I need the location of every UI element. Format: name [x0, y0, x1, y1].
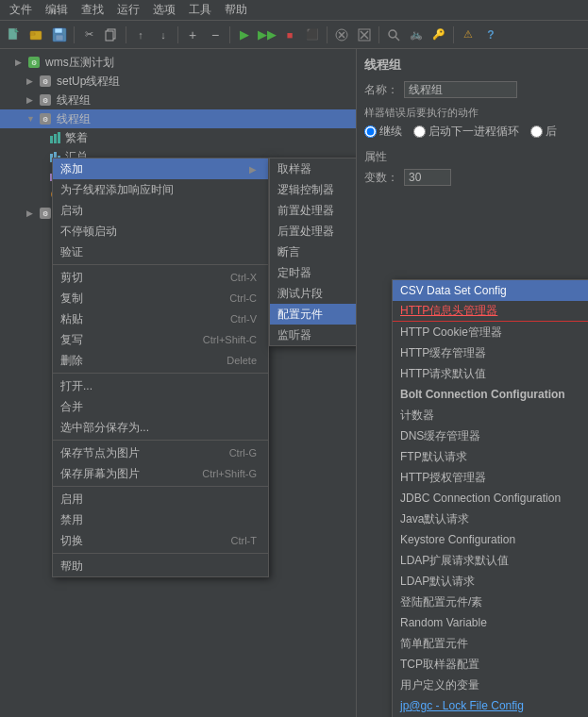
ctx-add[interactable]: 添加 ▶ [53, 158, 268, 179]
ctx-add-response[interactable]: 为子线程添加响应时间 [53, 179, 268, 200]
radio-continue-input[interactable] [364, 125, 377, 138]
toolbar-down[interactable]: ↓ [153, 25, 174, 45]
sub1-sampler[interactable]: 取样器 ▶ [270, 158, 357, 179]
sub2-ftp[interactable]: FTP默认请求 [393, 446, 588, 467]
sub2-http-auth[interactable]: HTTP授权管理器 [393, 467, 588, 488]
tree-item-thread-selected[interactable]: ▼ ⚙ 线程组 [0, 109, 356, 128]
sub2-bolt[interactable]: Bolt Connection Configuration [393, 384, 588, 405]
radio-start-next-input[interactable] [413, 125, 426, 138]
toolbar-help[interactable]: ? [480, 25, 501, 45]
toolbar-key[interactable]: 🔑 [428, 25, 449, 45]
ctx-validate[interactable]: 验证 [53, 242, 268, 262]
tree-item-setup[interactable]: ▶ ⚙ setUp线程组 [0, 72, 356, 91]
sub2-http-header[interactable]: HTTP信息头管理器 [393, 301, 588, 322]
ctx-toggle[interactable]: 切换 Ctrl-T [53, 530, 268, 551]
arrow-thread1: ▶ [26, 95, 38, 105]
ctx-start[interactable]: 启动 [53, 200, 268, 221]
toolbar-stop[interactable]: ■ [279, 25, 300, 45]
name-input[interactable] [404, 81, 517, 98]
sub2-dns[interactable]: DNS缓存管理器 [393, 425, 588, 446]
menu-find[interactable]: 查找 [76, 0, 109, 20]
toolbar-open[interactable] [26, 25, 47, 45]
ctx-toggle-shortcut: Ctrl-T [231, 535, 258, 546]
ctx-cut[interactable]: 剪切 Ctrl-X [53, 267, 268, 288]
toolbar-sep7 [453, 26, 454, 43]
sub2-login-config[interactable]: 登陆配置元件/素 [393, 592, 588, 612]
toolbar-browse[interactable] [383, 25, 404, 45]
sub2-http-defaults[interactable]: HTTP请求默认值 [393, 363, 588, 384]
toolbar-new[interactable] [4, 25, 25, 45]
ctx-copy[interactable]: 复制 Ctrl-C [53, 288, 268, 308]
toolbar-up[interactable]: ↑ [130, 25, 151, 45]
sub2-java-defaults[interactable]: Java默认请求 [393, 509, 588, 529]
threads-input[interactable] [404, 169, 451, 186]
tree-item-chart1[interactable]: 繁着 [0, 128, 356, 147]
toolbar-remove[interactable]: − [205, 25, 226, 45]
toolbar-clear[interactable] [331, 25, 352, 45]
toolbar-add[interactable]: + [182, 25, 203, 45]
ctx-save-selected[interactable]: 选中部分保存为... [53, 417, 268, 438]
menu-options[interactable]: 选项 [147, 0, 181, 20]
ctx-help[interactable]: 帮助 [53, 556, 268, 576]
radio-start-next-label: 启动下一进程循环 [428, 124, 519, 140]
toolbar-warning[interactable]: ⚠ [458, 25, 479, 45]
ctx-delete[interactable]: 删除 Delete [53, 350, 268, 371]
toolbar-start[interactable]: ▶ [234, 25, 255, 45]
svg-rect-2 [30, 31, 42, 40]
sub1-fragment[interactable]: 测试片段 ▶ [270, 283, 357, 304]
attr-title: 属性 [364, 149, 580, 165]
toolbar-save[interactable] [49, 25, 70, 45]
menu-edit[interactable]: 编辑 [40, 0, 74, 20]
sub2-ldap-ext[interactable]: LDAP扩展请求默认值 [393, 550, 588, 571]
ctx-enable[interactable]: 启用 [53, 489, 268, 509]
menu-help[interactable]: 帮助 [219, 0, 253, 20]
tree-item-wms[interactable]: ▶ ⚙ wms压测计划 [0, 53, 356, 72]
sub1-logic[interactable]: 逻辑控制器 ▶ [270, 179, 357, 200]
radio-start-next[interactable]: 启动下一进程循环 [413, 124, 519, 140]
radio-continue[interactable]: 继续 [364, 124, 402, 140]
sub1-pre[interactable]: 前置处理器 ▶ [270, 200, 357, 221]
sub2-jdbc[interactable]: JDBC Connection Configuration [393, 488, 588, 509]
ctx-duplicate-label: 复写 [60, 332, 83, 348]
sub1-post[interactable]: 后置处理器 ▶ [270, 221, 357, 242]
sub2-random-var[interactable]: Random Variable [393, 612, 588, 633]
sub2-ldap-defaults[interactable]: LDAP默认请求 [393, 571, 588, 592]
sub2-tcp[interactable]: TCP取样器配置 [393, 654, 588, 675]
sub1-assert[interactable]: 断言 ▶ [270, 242, 357, 262]
ctx-save-screen-img[interactable]: 保存屏幕为图片 Ctrl+Shift-G [53, 463, 268, 484]
ctx-duplicate[interactable]: 复写 Ctrl+Shift-C [53, 329, 268, 350]
ctx-cut-label: 剪切 [60, 270, 83, 286]
sub2-ftp-label: FTP默认请求 [400, 449, 467, 465]
menu-file[interactable]: 文件 [4, 0, 38, 20]
tree-item-thread1[interactable]: ▶ ⚙ 线程组 [0, 91, 356, 109]
ctx-disable[interactable]: 禁用 [53, 509, 268, 530]
radio-next[interactable]: 后 [530, 124, 557, 140]
toolbar-remote-start[interactable]: 🚲 [406, 25, 427, 45]
toolbar-copy[interactable] [101, 25, 122, 45]
sub2-counter[interactable]: 计数器 [393, 405, 588, 425]
ctx-start-nopause[interactable]: 不停顿启动 [53, 221, 268, 242]
sub2-simple-config[interactable]: 简单配置元件 [393, 633, 588, 654]
sub2-csv[interactable]: CSV Data Set Config [393, 280, 588, 301]
sub1-timer[interactable]: 定时器 ▶ [270, 262, 357, 283]
ctx-delete-shortcut: Delete [227, 355, 257, 366]
ctx-open[interactable]: 打开... [53, 375, 268, 396]
attr-section: 属性 变数： [364, 149, 580, 186]
ctx-paste[interactable]: 粘贴 Ctrl-V [53, 308, 268, 329]
sub1-listener[interactable]: 监听器 ▶ [270, 325, 357, 345]
toolbar-start-no-pause[interactable]: ▶▶ [257, 25, 277, 45]
radio-next-input[interactable] [530, 125, 543, 138]
toolbar-clear-all[interactable] [354, 25, 375, 45]
menu-tools[interactable]: 工具 [183, 0, 217, 20]
ctx-save-node-img[interactable]: 保存节点为图片 Ctrl-G [53, 442, 268, 463]
toolbar-shutdown[interactable]: ⬛ [302, 25, 323, 45]
sub2-keystore[interactable]: Keystore Configuration [393, 529, 588, 550]
menu-run[interactable]: 运行 [111, 0, 145, 20]
ctx-merge[interactable]: 合并 [53, 396, 268, 417]
sub1-config[interactable]: 配置元件 ▶ [270, 304, 357, 325]
sub2-user-vars[interactable]: 用户定义的变量 [393, 675, 588, 695]
toolbar-cut[interactable]: ✂ [78, 25, 99, 45]
sub2-http-cache[interactable]: HTTP缓存管理器 [393, 342, 588, 363]
sub2-lock-file[interactable]: jp@gc - Lock File Config [393, 695, 588, 716]
sub2-http-cookie[interactable]: HTTP Cookie管理器 [393, 322, 588, 342]
